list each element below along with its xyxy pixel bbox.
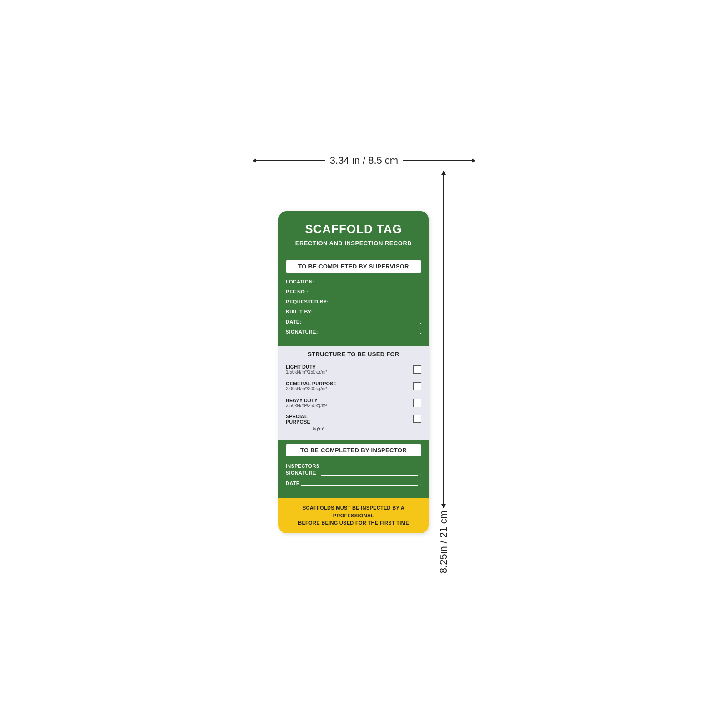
structure-row-special: SPECIALPURPOSE kg/m² xyxy=(286,414,421,431)
structure-title: STRUCTURE TO BE USED FOR xyxy=(286,351,421,358)
checkbox-special[interactable] xyxy=(413,415,421,423)
field-line-signature-supervisor xyxy=(320,334,418,334)
structure-value-special: kg/m² xyxy=(286,426,413,431)
field-date-inspector: DATE . xyxy=(286,480,421,487)
field-label-built: BUIL T BY: xyxy=(286,309,313,314)
field-inspector-signature: INSPECTORSSIGNATURE . xyxy=(286,463,421,476)
field-requested: REQUESTED BY: . xyxy=(286,299,421,305)
scaffold-tag-card: SCAFFOLD TAG ERECTION AND INSPECTION REC… xyxy=(278,211,429,533)
measurement-container: 3.34 in / 8.5 cm 3.34 in / 8.5 cm SCAFFO… xyxy=(253,155,475,573)
field-label-signature-supervisor: SIGNATURE: xyxy=(286,329,318,334)
height-label: 8.25in / 21 cm xyxy=(438,511,450,573)
field-built: BUIL T BY: . xyxy=(286,309,421,315)
tag-subtitle: ERECTION AND INSPECTION RECORD xyxy=(288,240,420,247)
height-measurement: 8.25in / 21 cm xyxy=(438,171,450,573)
structure-text-light: LIGHT DUTY 1.50kN/m²/150kg/m² xyxy=(286,364,413,374)
structure-name-general: GEMERAL PURPOSE xyxy=(286,381,413,386)
structure-name-light: LIGHT DUTY xyxy=(286,364,413,369)
inspector-banner: TO BE COMPLETED BY INSPECTOR xyxy=(286,444,421,456)
field-line-date-inspector xyxy=(301,485,418,486)
structure-name-heavy: HEAVY DUTY xyxy=(286,398,413,403)
supervisor-section: TO BE COMPLETED BY SUPERVISOR LOCATION: … xyxy=(278,256,429,346)
field-line-inspector-sig xyxy=(321,475,418,476)
tag-title: SCAFFOLD TAG xyxy=(288,222,420,236)
main-layout: SCAFFOLD TAG ERECTION AND INSPECTION REC… xyxy=(278,171,450,573)
field-line-requested xyxy=(330,304,418,304)
field-line-built xyxy=(314,314,418,314)
inspector-section: TO BE COMPLETED BY INSPECTOR INSPECTORSS… xyxy=(278,440,429,498)
structure-section: STRUCTURE TO BE USED FOR LIGHT DUTY 1.50… xyxy=(278,346,429,440)
footer-text: SCAFFOLDS MUST BE INSPECTED BY A PROFESS… xyxy=(286,504,421,527)
structure-text-special: SPECIALPURPOSE kg/m² xyxy=(286,414,413,431)
structure-value-heavy: 2.50kN/m²/250kg/m² xyxy=(286,403,413,408)
supervisor-banner: TO BE COMPLETED BY SUPERVISOR xyxy=(286,260,421,273)
field-line-date-supervisor xyxy=(303,324,418,324)
field-signature-supervisor: SIGNATURE: . xyxy=(286,329,421,335)
field-date-supervisor: DATE: . xyxy=(286,319,421,325)
field-refno: REF.NO.: . xyxy=(286,289,421,295)
checkbox-heavy[interactable] xyxy=(413,399,421,407)
structure-text-heavy: HEAVY DUTY 2.50kN/m²/250kg/m² xyxy=(286,398,413,408)
field-label-inspector-sig: INSPECTORSSIGNATURE xyxy=(286,463,319,476)
field-label-date-inspector: DATE xyxy=(286,480,299,486)
field-label-requested: REQUESTED BY: xyxy=(286,299,329,304)
field-line-location xyxy=(316,284,418,284)
structure-row-heavy: HEAVY DUTY 2.50kN/m²/250kg/m² xyxy=(286,397,421,409)
checkbox-general[interactable] xyxy=(413,382,421,390)
field-label-refno: REF.NO.: xyxy=(286,289,308,294)
structure-value-general: 2.00kN/m²/200kg/m² xyxy=(286,386,413,391)
field-label-location: LOCATION: xyxy=(286,279,314,284)
checkbox-light[interactable] xyxy=(413,365,421,374)
structure-name-special: SPECIALPURPOSE xyxy=(286,414,413,425)
footer-section: SCAFFOLDS MUST BE INSPECTED BY A PROFESS… xyxy=(278,498,429,533)
structure-value-light: 1.50kN/m²/150kg/m² xyxy=(286,369,413,374)
field-label-date-supervisor: DATE: xyxy=(286,319,301,324)
structure-row-light: LIGHT DUTY 1.50kN/m²/150kg/m² xyxy=(286,363,421,375)
field-line-refno xyxy=(310,294,418,294)
header-section: SCAFFOLD TAG ERECTION AND INSPECTION REC… xyxy=(278,211,429,256)
structure-row-general: GEMERAL PURPOSE 2.00kN/m²/200kg/m² xyxy=(286,380,421,392)
width-label-center: 3.34 in / 8.5 cm xyxy=(330,155,398,167)
field-location: LOCATION: . xyxy=(286,279,421,285)
structure-text-general: GEMERAL PURPOSE 2.00kN/m²/200kg/m² xyxy=(286,381,413,391)
